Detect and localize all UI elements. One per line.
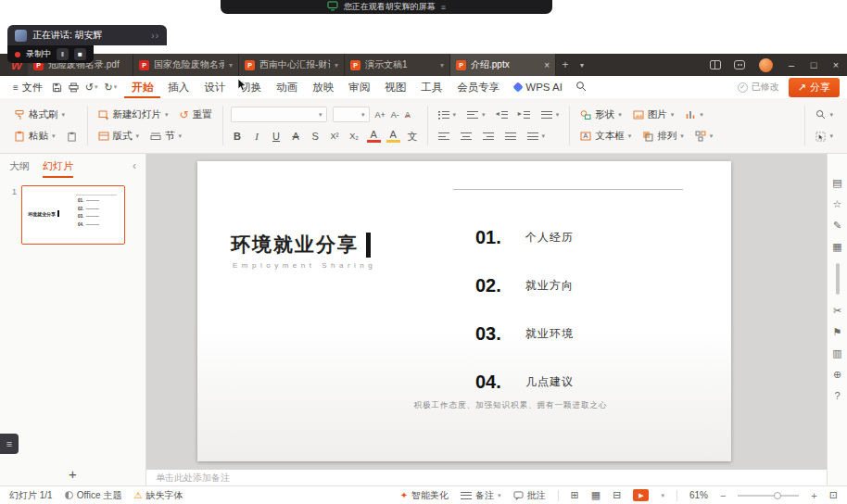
tab-menu-icon[interactable]: ▾ xyxy=(229,61,233,69)
justify-button[interactable] xyxy=(502,130,519,143)
clear-format-button[interactable]: A xyxy=(405,110,411,120)
favorites-icon[interactable]: ☆ xyxy=(833,199,842,209)
menu-tab-tools[interactable]: 工具 xyxy=(413,76,449,98)
edit-tools-icon[interactable]: ✎ xyxy=(833,220,841,231)
maximize-button[interactable]: □ xyxy=(803,54,825,76)
print-icon[interactable] xyxy=(69,82,79,93)
theme-button[interactable]: Office 主题 xyxy=(65,489,122,502)
decrease-indent-button[interactable] xyxy=(494,108,511,121)
character-shading-button[interactable]: 文 xyxy=(406,130,420,144)
tab-close-icon[interactable]: × xyxy=(544,60,550,70)
notes-bar[interactable]: 单击此处添加备注 xyxy=(146,469,827,485)
line-spacing-button[interactable]: ▾ xyxy=(538,108,563,121)
align-center-button[interactable] xyxy=(458,130,474,143)
add-slide-button[interactable]: + xyxy=(0,461,145,485)
reset-button[interactable]: ↺ 重置 xyxy=(177,107,215,123)
menu-tab-view[interactable]: 视图 xyxy=(377,76,413,98)
beautify-button[interactable]: ✦ 智能美化 xyxy=(400,489,449,502)
meeting-panel-toggle[interactable]: ≡ xyxy=(0,434,19,454)
grid-icon[interactable]: ▥ xyxy=(832,348,841,359)
crop-icon[interactable]: ✂ xyxy=(833,306,841,316)
font-size-select[interactable]: ▾ xyxy=(333,107,370,122)
banner-menu-icon[interactable]: ≡ xyxy=(441,3,446,12)
file-tab-4[interactable]: P 演示文稿1 ▾ xyxy=(345,54,450,76)
slide-canvas[interactable]: 环境就业分享 Employment Sharing 01.个人经历 02.就业方… xyxy=(146,154,827,469)
new-tab-button[interactable]: + xyxy=(556,54,575,76)
outline-tab[interactable]: 大纲 xyxy=(9,154,30,178)
play-slideshow-button[interactable]: ▶ xyxy=(633,489,649,501)
text-direction-button[interactable]: ▾ xyxy=(525,130,549,143)
zoom-slider-knob[interactable] xyxy=(774,492,781,499)
file-tab-5-active[interactable]: P 介绍.pptx × xyxy=(450,54,556,76)
minimize-button[interactable]: – xyxy=(780,54,803,76)
select-button[interactable]: ▾ xyxy=(813,130,836,144)
shadow-button[interactable]: S xyxy=(309,131,322,142)
font-color-button[interactable]: A xyxy=(367,130,381,143)
undo-button[interactable]: ↺▾ xyxy=(85,82,98,94)
missing-fonts-button[interactable]: ⚠ 缺失字体 xyxy=(133,489,183,502)
italic-button[interactable]: I xyxy=(250,131,264,142)
slides-tab[interactable]: 幻灯片 xyxy=(43,154,73,178)
slide-subtitle[interactable]: Employment Sharing xyxy=(233,261,376,270)
slide[interactable]: 环境就业分享 Employment Sharing 01.个人经历 02.就业方… xyxy=(197,161,731,461)
superscript-button[interactable]: X² xyxy=(328,132,342,141)
menu-tab-home[interactable]: 开始 xyxy=(124,76,160,98)
library-icon[interactable]: ▦ xyxy=(832,242,841,252)
pause-recording-button[interactable]: ‖ xyxy=(57,48,69,60)
properties-icon[interactable]: ▤ xyxy=(832,178,841,188)
redo-button[interactable]: ↻▾ xyxy=(105,82,118,94)
speaking-indicator[interactable]: 正在讲话: 胡安辉 ›› xyxy=(7,25,167,45)
increase-font-button[interactable]: A+ xyxy=(375,110,386,120)
play-options-caret-icon[interactable]: ▾ xyxy=(661,492,664,499)
zoom-out-button[interactable]: − xyxy=(720,490,726,501)
tab-list-button[interactable]: ▾ xyxy=(575,54,589,76)
menu-tab-animation[interactable]: 动画 xyxy=(269,76,305,98)
tab-menu-icon[interactable]: ▾ xyxy=(335,61,338,69)
menu-tab-member[interactable]: 会员专享 xyxy=(449,76,507,98)
layout-button[interactable]: 版式▾ xyxy=(95,128,143,145)
zoom-level[interactable]: 61% xyxy=(689,490,708,500)
file-tab-3[interactable]: P 西南中心汇报-财评中 ▾ xyxy=(239,54,345,76)
stop-recording-button[interactable]: ■ xyxy=(74,48,86,60)
align-right-button[interactable] xyxy=(480,130,497,143)
textbox-button[interactable]: A 文本框▾ xyxy=(577,128,634,145)
paste-button[interactable]: 粘贴▾ xyxy=(11,128,58,145)
clipboard-panel-icon[interactable] xyxy=(64,130,80,144)
file-tab-2[interactable]: P 国家危险废物名录(2 ▾ xyxy=(133,54,239,76)
align-left-button[interactable] xyxy=(436,130,452,143)
subscript-button[interactable]: X₂ xyxy=(348,132,361,141)
menu-tab-transition[interactable]: 切换 xyxy=(233,76,269,98)
add-panel-icon[interactable]: ⊕ xyxy=(833,370,841,380)
tab-menu-icon[interactable]: ▾ xyxy=(440,61,444,69)
share-button[interactable]: ↗ 分享 xyxy=(789,78,840,97)
sidebar-drag-handle[interactable] xyxy=(836,263,840,295)
notes-button[interactable]: 备注 ▾ xyxy=(461,489,501,502)
agenda-list[interactable]: 01.个人经历 02.就业方向 03.就业环境 04.几点建议 xyxy=(475,213,574,406)
slide-footer-text[interactable]: 积极工作态度、加强知识积累、拥有一颗进取之心 xyxy=(290,400,731,411)
zoom-slider[interactable] xyxy=(738,495,799,497)
collapse-panel-icon[interactable]: ‹ xyxy=(133,159,136,172)
zoom-in-button[interactable]: + xyxy=(811,490,816,501)
menu-tab-review[interactable]: 审阅 xyxy=(341,76,377,98)
assistant-robot-icon[interactable] xyxy=(734,60,745,69)
help-icon[interactable]: ? xyxy=(834,391,840,401)
arrange-button[interactable]: 排列▾ xyxy=(639,128,687,145)
slide-thumbnail[interactable]: 环境就业分享 01. 02. 03. 04. xyxy=(21,185,125,245)
flag-icon[interactable]: ⚑ xyxy=(833,327,842,337)
menu-tab-slideshow[interactable]: 放映 xyxy=(305,76,341,98)
save-icon[interactable] xyxy=(52,82,62,93)
section-button[interactable]: 节▾ xyxy=(147,128,184,145)
font-family-select[interactable]: ▾ xyxy=(231,107,327,122)
find-button[interactable]: ▾ xyxy=(813,107,836,121)
new-slide-button[interactable]: 新建幻灯片▾ xyxy=(95,107,171,123)
file-menu[interactable]: ≡ 文件 xyxy=(7,81,48,94)
fit-to-window-icon[interactable]: ⊡ xyxy=(829,489,838,501)
menu-tab-insert[interactable]: 插入 xyxy=(160,76,196,98)
shapes-button[interactable]: 形状▾ xyxy=(577,107,625,123)
increase-indent-button[interactable] xyxy=(516,108,533,121)
smartart-button[interactable]: ▾ xyxy=(692,129,716,144)
format-painter-button[interactable]: 格式刷▾ xyxy=(11,107,68,123)
search-icon[interactable] xyxy=(575,79,587,95)
numbering-button[interactable]: ▾ xyxy=(464,108,488,121)
strikethrough-button[interactable]: A xyxy=(289,131,303,142)
